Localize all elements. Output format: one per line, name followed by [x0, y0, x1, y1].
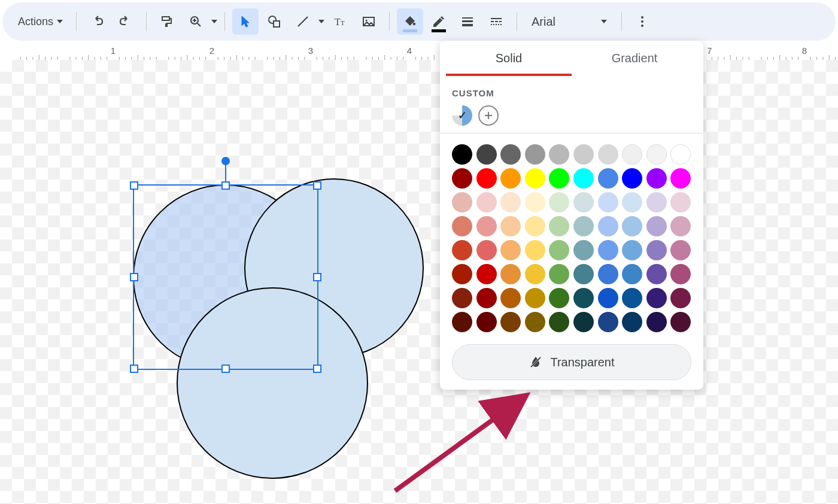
- color-swatch[interactable]: [670, 240, 691, 260]
- color-swatch[interactable]: [476, 312, 497, 332]
- color-swatch[interactable]: [622, 216, 642, 236]
- color-swatch[interactable]: [670, 288, 691, 308]
- redo-button[interactable]: [113, 8, 139, 35]
- color-swatch[interactable]: [549, 216, 569, 236]
- resize-handle-sw[interactable]: [130, 365, 138, 373]
- color-swatch[interactable]: [598, 216, 618, 236]
- border-weight-button[interactable]: [454, 8, 481, 35]
- chevron-down-icon[interactable]: [318, 20, 324, 23]
- color-swatch[interactable]: [670, 216, 691, 236]
- color-swatch[interactable]: [500, 288, 521, 308]
- color-swatch[interactable]: [598, 144, 618, 165]
- color-swatch[interactable]: [622, 192, 642, 212]
- line-tool[interactable]: [290, 8, 316, 35]
- color-swatch[interactable]: [573, 264, 594, 284]
- color-swatch[interactable]: [476, 192, 497, 212]
- color-swatch[interactable]: [452, 288, 472, 308]
- color-swatch[interactable]: [549, 240, 569, 260]
- color-swatch[interactable]: [452, 192, 472, 212]
- color-swatch[interactable]: [598, 168, 618, 189]
- color-swatch[interactable]: [622, 144, 642, 165]
- color-swatch[interactable]: [598, 264, 618, 284]
- color-swatch[interactable]: [525, 144, 545, 165]
- color-swatch[interactable]: [549, 168, 569, 189]
- color-swatch[interactable]: [646, 264, 667, 284]
- color-swatch[interactable]: [500, 312, 521, 332]
- color-swatch[interactable]: [622, 168, 642, 189]
- color-swatch[interactable]: [476, 216, 497, 236]
- transparent-button[interactable]: Transparent: [452, 344, 691, 380]
- color-swatch[interactable]: [500, 264, 521, 284]
- color-swatch[interactable]: [646, 216, 667, 236]
- color-swatch[interactable]: [525, 216, 545, 236]
- color-swatch[interactable]: [549, 312, 569, 332]
- more-options-button[interactable]: [629, 8, 655, 35]
- color-swatch[interactable]: [646, 288, 667, 308]
- zoom-button[interactable]: [183, 8, 209, 35]
- color-swatch[interactable]: [622, 240, 642, 260]
- color-swatch[interactable]: [476, 144, 497, 165]
- color-swatch[interactable]: [549, 192, 569, 212]
- textbox-tool[interactable]: TT: [327, 8, 353, 35]
- paint-format-button[interactable]: [154, 8, 180, 35]
- color-swatch[interactable]: [500, 168, 521, 189]
- color-swatch[interactable]: [500, 144, 521, 165]
- color-swatch[interactable]: [573, 288, 594, 308]
- color-swatch[interactable]: [598, 288, 618, 308]
- color-swatch[interactable]: [573, 192, 594, 212]
- color-swatch[interactable]: [573, 312, 594, 332]
- color-swatch[interactable]: [525, 168, 545, 189]
- color-swatch[interactable]: [549, 144, 569, 165]
- color-swatch[interactable]: [525, 288, 545, 308]
- resize-handle-nw[interactable]: [130, 181, 138, 190]
- color-swatch[interactable]: [573, 240, 594, 260]
- color-swatch[interactable]: [573, 144, 594, 165]
- drawing-canvas[interactable]: [0, 60, 838, 504]
- color-swatch[interactable]: [452, 240, 472, 260]
- color-swatch[interactable]: [670, 168, 691, 189]
- chevron-down-icon[interactable]: [211, 20, 217, 23]
- color-swatch[interactable]: [452, 312, 472, 332]
- color-swatch[interactable]: [476, 288, 497, 308]
- undo-button[interactable]: [84, 8, 110, 35]
- color-swatch[interactable]: [573, 168, 594, 189]
- fill-color-button[interactable]: [397, 8, 423, 35]
- color-swatch[interactable]: [622, 264, 642, 284]
- color-swatch[interactable]: [549, 264, 569, 284]
- color-swatch[interactable]: [476, 240, 497, 260]
- color-swatch[interactable]: [452, 216, 472, 236]
- color-swatch[interactable]: [646, 240, 667, 260]
- color-swatch[interactable]: [598, 240, 618, 260]
- tab-gradient[interactable]: Gradient: [572, 41, 697, 76]
- color-swatch[interactable]: [452, 168, 472, 189]
- color-swatch[interactable]: [549, 288, 569, 308]
- color-swatch[interactable]: [452, 264, 472, 284]
- select-tool[interactable]: [232, 8, 259, 35]
- color-swatch[interactable]: [525, 192, 545, 212]
- color-swatch[interactable]: [670, 192, 691, 212]
- shape-circle[interactable]: [177, 287, 368, 479]
- shape-tool[interactable]: [261, 8, 287, 35]
- color-swatch[interactable]: [500, 216, 521, 236]
- color-swatch[interactable]: [670, 312, 691, 332]
- color-swatch[interactable]: [476, 264, 497, 284]
- tab-solid[interactable]: Solid: [446, 41, 572, 76]
- color-swatch[interactable]: [622, 288, 642, 308]
- color-swatch[interactable]: [670, 264, 691, 284]
- color-swatch[interactable]: [646, 192, 667, 212]
- color-swatch[interactable]: [525, 312, 545, 332]
- color-swatch[interactable]: [646, 168, 667, 189]
- image-tool[interactable]: [356, 8, 382, 35]
- color-swatch[interactable]: [500, 192, 521, 212]
- add-custom-color-button[interactable]: [478, 105, 499, 126]
- font-family-select[interactable]: Arial: [524, 10, 614, 34]
- border-dash-button[interactable]: [483, 8, 509, 35]
- custom-color-current[interactable]: [452, 105, 472, 126]
- color-swatch[interactable]: [598, 192, 618, 212]
- border-color-button[interactable]: [426, 8, 452, 35]
- color-swatch[interactable]: [670, 144, 691, 165]
- color-swatch[interactable]: [622, 312, 642, 332]
- color-swatch[interactable]: [452, 144, 472, 165]
- color-swatch[interactable]: [500, 240, 521, 260]
- color-swatch[interactable]: [573, 216, 594, 236]
